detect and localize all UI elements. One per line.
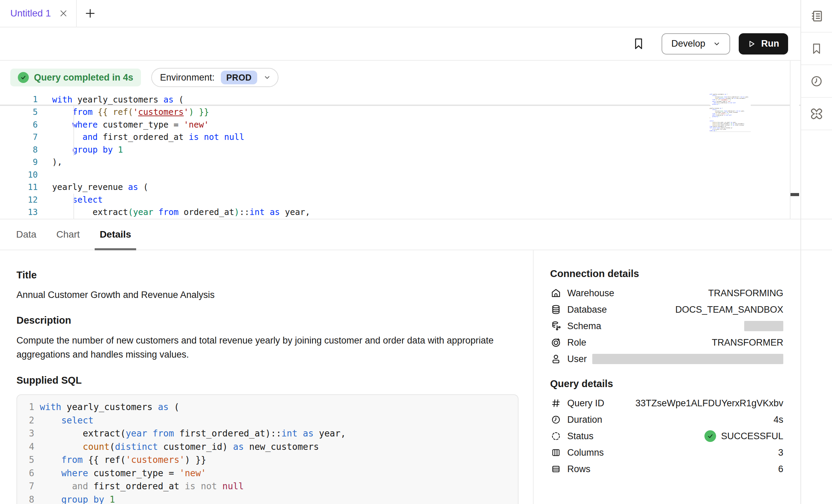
lineage-panel-button[interactable] [801, 98, 832, 130]
chevron-down-icon [263, 74, 271, 81]
code-line[interactable]: 11yearly_revenue as ( [0, 181, 800, 194]
tab-details[interactable]: Details [95, 219, 136, 250]
redacted-value [592, 354, 783, 364]
connection-row-user: User [550, 351, 783, 367]
scrollbar-thumb[interactable] [791, 193, 799, 196]
notebook-panel-button[interactable] [801, 0, 832, 33]
warehouse-icon [550, 287, 562, 299]
main-column: Untitled 1 Develop [0, 0, 800, 504]
code-line[interactable]: 12 select [0, 194, 800, 206]
status-text: SUCCESSFUL [721, 431, 783, 442]
query-row-id: Query ID 33TZseWpe1ALFDUYerxR1gVKxbv [550, 395, 783, 411]
editor-minimap[interactable]: with yearly_customers as ( select extrac… [710, 94, 751, 132]
supplied-sql-heading: Supplied SQL [16, 375, 533, 386]
line-number: 1 [22, 400, 34, 414]
query-row-rows: Rows 6 [550, 461, 783, 477]
code-text: and first_ordered_at is not null [52, 131, 245, 144]
code-text: group by 1 [52, 144, 123, 156]
line-number: 4 [22, 440, 34, 454]
connection-row-warehouse: Warehouse TRANSFORMING [550, 285, 783, 301]
close-icon[interactable] [59, 9, 68, 18]
row-label: Warehouse [567, 288, 614, 299]
bookmark-icon [810, 42, 823, 55]
code-text: yearly_revenue as ( [52, 181, 148, 194]
row-label: Status [567, 431, 594, 442]
code-line[interactable]: 7 and first_ordered_at is not null [0, 131, 800, 144]
query-status-row: Query completed in 4s Environment: PROD [10, 68, 800, 87]
code-text: extract(year from first_ordered_at)::int… [40, 427, 346, 440]
code-line: 2 select [22, 414, 518, 427]
code-line[interactable]: 9), [0, 156, 800, 169]
environment-value-badge: PROD [221, 71, 257, 84]
row-value: 33TZseWpe1ALFDUYerxR1gVKxbv [635, 398, 783, 409]
description-text: Compute the number of new customers and … [16, 334, 500, 362]
plus-icon [84, 8, 96, 19]
title-heading: Title [16, 269, 533, 281]
code-text: select [40, 414, 94, 427]
columns-icon [550, 447, 562, 458]
divider [801, 250, 832, 250]
run-label: Run [761, 38, 779, 49]
chevron-down-icon [713, 40, 721, 48]
app-window: Untitled 1 Develop [0, 0, 832, 504]
schema-icon [550, 320, 562, 332]
history-panel-button[interactable] [801, 65, 832, 98]
line-number: 7 [22, 480, 34, 493]
supplied-sql-block: 1with yearly_customers as (2 select3 ext… [16, 394, 519, 504]
develop-dropdown[interactable]: Develop [662, 33, 730, 55]
user-icon [550, 353, 562, 365]
query-row-columns: Columns 3 [550, 444, 783, 461]
code-line: 3 extract(year from first_ordered_at)::i… [22, 427, 518, 440]
code-line: 1with yearly_customers as ( [22, 400, 518, 414]
tab-untitled-1[interactable]: Untitled 1 [0, 0, 77, 27]
editor-tab-bar: Untitled 1 [0, 0, 800, 27]
tab-chart[interactable]: Chart [51, 219, 85, 250]
details-panel: Title Annual Customer Growth and Revenue… [0, 250, 800, 504]
line-number: 8 [22, 493, 34, 504]
row-value: 3 [778, 447, 783, 458]
code-line: 4 count(distinct customer_id) as new_cus… [22, 440, 518, 454]
row-label: Duration [567, 415, 602, 425]
results-tab-bar: Data Chart Details [0, 219, 800, 250]
query-rows: Query ID 33TZseWpe1ALFDUYerxR1gVKxbv Dur… [550, 395, 783, 477]
right-icon-sidebar [800, 0, 832, 504]
success-check-icon [704, 430, 716, 442]
code-line: 8 group by 1 [22, 493, 518, 504]
editor-scrollbar[interactable] [790, 61, 799, 219]
code-text: count(distinct customer_id) as new_custo… [40, 440, 319, 454]
row-label: User [567, 354, 587, 364]
code-line[interactable]: 8 group by 1 [0, 144, 800, 156]
code-text: with yearly_customers as ( [40, 400, 179, 414]
new-tab-button[interactable] [77, 0, 104, 27]
line-number: 3 [22, 427, 34, 440]
tab-data[interactable]: Data [11, 219, 41, 250]
code-line[interactable]: 5 from {{ ref('customers') }} [0, 106, 800, 119]
code-line[interactable]: 10 [0, 169, 800, 181]
line-number: 8 [0, 144, 38, 156]
run-button[interactable]: Run [739, 33, 788, 55]
row-value: 6 [778, 464, 783, 475]
line-number: 11 [0, 181, 38, 194]
clock-icon [550, 414, 562, 425]
sticky-code-line[interactable]: 1with yearly_customers as ( [0, 93, 800, 106]
row-label: Schema [567, 321, 601, 332]
bookmark-button[interactable] [633, 38, 644, 50]
row-value: DOCS_TEAM_SANDBOX [675, 304, 783, 315]
status-badge: SUCCESSFUL [704, 430, 783, 442]
line-number: 2 [22, 414, 34, 427]
line-number: 12 [0, 194, 38, 206]
line-number: 5 [0, 106, 38, 119]
connection-rows: Warehouse TRANSFORMING Database DOCS_TEA… [550, 285, 783, 367]
code-text: extract(year from ordered_at)::int as ye… [52, 206, 310, 219]
title-value: Annual Customer Growth and Revenue Analy… [16, 290, 533, 300]
code-editor[interactable]: 1with yearly_customers as ( 5 from {{ re… [0, 93, 800, 219]
code-line[interactable]: 6 where customer_type = 'new' [0, 119, 800, 131]
environment-selector[interactable]: Environment: PROD [151, 68, 278, 87]
line-number: 6 [0, 119, 38, 131]
code-line[interactable]: 13 extract(year from ordered_at)::int as… [0, 206, 800, 219]
code-text: with yearly_customers as ( [52, 93, 184, 105]
details-left-pane: Title Annual Customer Growth and Revenue… [0, 250, 534, 504]
line-number: 6 [22, 467, 34, 480]
code-text: select [52, 194, 103, 206]
bookmarks-panel-button[interactable] [801, 33, 832, 65]
